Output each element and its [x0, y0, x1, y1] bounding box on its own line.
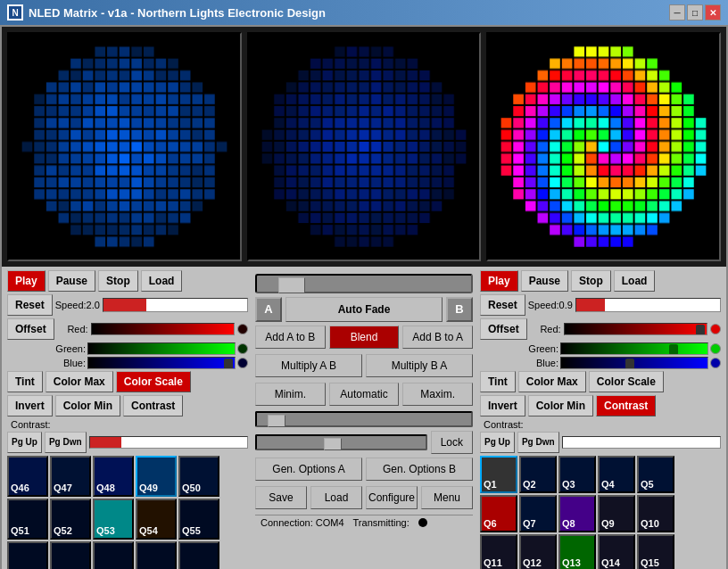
center-bot-slider[interactable] [255, 434, 427, 450]
left-tint-button[interactable]: Tint [7, 371, 43, 392]
left-offset-button[interactable]: Offset [7, 318, 54, 340]
right-q2[interactable]: Q2 [519, 456, 557, 493]
left-q58[interactable]: Q58 [93, 541, 134, 569]
left-q49[interactable]: Q49 [136, 456, 177, 497]
left-q54[interactable]: Q54 [136, 499, 177, 540]
right-q7[interactable]: Q7 [519, 495, 557, 532]
center-addatob-button[interactable]: Add A to B [255, 326, 326, 349]
left-q60[interactable]: Q60 [178, 541, 219, 569]
left-q47[interactable]: Q47 [50, 456, 91, 497]
right-q8[interactable]: Q8 [558, 495, 596, 532]
center-top-slider[interactable] [255, 274, 473, 293]
left-pgup-button[interactable]: Pg Up [7, 432, 42, 453]
right-pgdwn-button[interactable]: Pg Dwn [517, 432, 559, 453]
left-pgdwn-button[interactable]: Pg Dwn [45, 432, 87, 453]
right-speed-slider[interactable] [575, 298, 721, 312]
right-q5[interactable]: Q5 [637, 456, 674, 493]
right-stop-button[interactable]: Stop [571, 270, 611, 292]
left-reset-button[interactable]: Reset [7, 294, 53, 316]
left-q50[interactable]: Q50 [178, 456, 219, 497]
right-contrast-slider[interactable] [562, 436, 721, 449]
left-red-slider[interactable] [91, 323, 235, 335]
left-q59[interactable]: Q59 [136, 541, 177, 569]
right-load-button[interactable]: Load [614, 270, 656, 292]
center-lock-button[interactable]: Lock [431, 431, 473, 454]
center-save-button[interactable]: Save [255, 486, 307, 509]
center-multiplyba-button[interactable]: Multiply B A [366, 354, 473, 377]
center-b-button[interactable]: B [446, 297, 473, 322]
right-reset-button[interactable]: Reset [480, 294, 525, 316]
left-load-button[interactable]: Load [141, 270, 183, 292]
left-blue-slider[interactable] [87, 357, 236, 369]
left-q55[interactable]: Q55 [178, 499, 219, 540]
right-contrast-button[interactable]: Contrast [596, 395, 656, 416]
right-blue-slider[interactable] [560, 357, 708, 369]
left-green-slider[interactable] [87, 342, 236, 355]
center-minauto-row: Minim. Automatic Maxim. [255, 383, 473, 406]
minimize-button[interactable]: ─ [669, 4, 685, 21]
right-pgup-button[interactable]: Pg Up [480, 432, 515, 453]
left-invert-button[interactable]: Invert [7, 395, 53, 416]
center-configure-button[interactable]: Configure [366, 486, 418, 509]
left-contrast-button[interactable]: Contrast [123, 395, 183, 416]
maximize-button[interactable]: □ [687, 4, 703, 21]
center-blend-button[interactable]: Blend [329, 326, 400, 349]
left-q57[interactable]: Q57 [50, 541, 91, 569]
center-controls: A Auto Fade B Add A to B Blend Add B to … [248, 270, 480, 569]
center-genoptionsb-button[interactable]: Gen. Options B [366, 458, 473, 481]
right-colormin-button[interactable]: Color Min [528, 395, 593, 416]
matrix-canvas-right [488, 34, 719, 260]
center-addbto a-button[interactable]: Add B to A [402, 326, 473, 349]
right-q13[interactable]: Q13 [558, 534, 596, 569]
center-automatic-button[interactable]: Automatic [329, 383, 400, 406]
right-q12[interactable]: Q12 [519, 534, 557, 569]
left-q53[interactable]: Q53 [93, 499, 134, 540]
center-multiplyab-button[interactable]: Multiply A B [255, 354, 362, 377]
right-q15[interactable]: Q15 [637, 534, 674, 569]
left-play-button[interactable]: Play [7, 270, 46, 292]
left-speed-slider[interactable] [103, 298, 248, 312]
right-tint-button[interactable]: Tint [480, 371, 516, 392]
left-stop-button[interactable]: Stop [98, 270, 138, 292]
center-minim-button[interactable]: Minim. [255, 383, 326, 406]
right-q9[interactable]: Q9 [598, 495, 635, 532]
center-maxim-button[interactable]: Maxim. [402, 383, 473, 406]
left-colormin-button[interactable]: Color Min [55, 395, 120, 416]
left-contrast-slider[interactable] [89, 436, 248, 449]
right-invert-button[interactable]: Invert [480, 395, 525, 416]
right-red-slider[interactable] [564, 323, 707, 335]
title-bar: N NLED Matrix - v1a - Northern Lights El… [0, 0, 728, 25]
left-q52[interactable]: Q52 [50, 499, 91, 540]
center-load-button[interactable]: Load [310, 486, 362, 509]
center-menu-button[interactable]: Menu [421, 486, 473, 509]
left-q51[interactable]: Q51 [7, 499, 48, 540]
left-pause-button[interactable]: Pause [48, 270, 95, 292]
right-q1[interactable]: Q1 [480, 456, 517, 493]
left-colormax-button[interactable]: Color Max [46, 371, 113, 392]
left-q56[interactable]: Q56 [7, 541, 48, 569]
right-colormax-button[interactable]: Color Max [518, 371, 586, 392]
left-q48[interactable]: Q48 [93, 456, 134, 497]
right-q10[interactable]: Q10 [637, 495, 674, 532]
left-colorscale-button[interactable]: Color Scale [116, 371, 191, 392]
center-a-button[interactable]: A [255, 297, 282, 322]
right-green-slider[interactable] [560, 342, 708, 355]
right-pause-button[interactable]: Pause [521, 270, 568, 292]
right-q14[interactable]: Q14 [598, 534, 635, 569]
left-q46[interactable]: Q46 [7, 456, 48, 497]
center-autofade-button[interactable]: Auto Fade [285, 297, 443, 322]
right-play-button[interactable]: Play [480, 270, 518, 292]
close-button[interactable]: ✕ [705, 4, 721, 21]
main-window: Play Pause Stop Load Reset Speed:2.0 Off… [0, 25, 728, 569]
right-colorscale-button[interactable]: Color Scale [589, 371, 664, 392]
right-q3[interactable]: Q3 [558, 456, 596, 493]
right-blue-dot [710, 358, 721, 368]
right-q11[interactable]: Q11 [480, 534, 517, 569]
window-controls[interactable]: ─ □ ✕ [669, 4, 721, 21]
right-q6[interactable]: Q6 [480, 495, 517, 532]
center-genoptionsa-button[interactable]: Gen. Options A [255, 458, 362, 481]
right-offset-button[interactable]: Offset [480, 318, 527, 340]
right-speed-label: Speed:0.9 [528, 300, 573, 310]
center-mid-slider[interactable] [255, 411, 473, 427]
right-q4[interactable]: Q4 [598, 456, 635, 493]
